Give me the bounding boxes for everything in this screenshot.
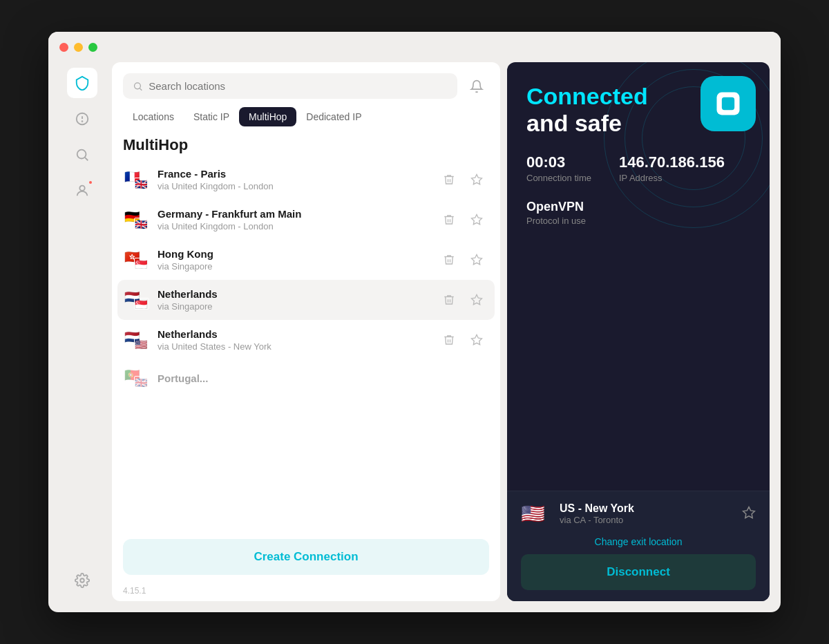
connected-subtitle: and safe [526,110,622,136]
sidebar-item-user[interactable] [67,176,97,206]
sidebar-item-search[interactable] [67,140,97,170]
flag-stack: 🇳🇱 🇺🇸 [124,330,149,350]
location-info: Portugal... [158,372,488,384]
location-info: France - Paris via United Kingdom - Lond… [158,168,430,191]
flag-via: 🇸🇬 [134,298,149,310]
flag-via: 🇸🇬 [134,258,149,269]
location-via: via Singapore [158,261,430,272]
right-panel: Connected and safe 00:03 Connection time… [507,62,770,601]
stat-time: 00:03 Connection time [526,153,591,183]
stat-ip-value: 146.70.186.156 [619,153,725,171]
location-name: Netherlands [158,288,430,300]
exit-via: via CA - Toronto [560,515,734,525]
exit-name: US - New York [560,502,734,515]
svg-point-5 [79,186,84,191]
tab-locations[interactable]: Locations [123,107,184,126]
minimize-button[interactable] [74,43,83,52]
sidebar-item-settings[interactable] [67,565,97,596]
flag-stack: 🇩🇪 🇬🇧 [124,210,149,229]
list-item[interactable]: 🇩🇪 🇬🇧 Germany - Frankfurt am Main via Un… [117,200,495,240]
flag-via: 🇬🇧 [134,376,149,388]
protocol-section: OpenVPN Protocol in use [526,200,750,226]
delete-button[interactable] [438,289,460,311]
change-exit-location-button[interactable]: Change exit location [521,533,756,554]
disconnect-button[interactable]: Disconnect [521,554,756,590]
svg-point-7 [135,82,141,88]
list-item[interactable]: 🇵🇹 🇬🇧 Portugal... [117,360,495,396]
close-button[interactable] [59,43,68,52]
notification-bell-icon[interactable] [464,74,489,99]
protocol-label: Protocol in use [526,216,750,226]
list-item[interactable]: 🇭🇰 🇸🇬 Hong Kong via Singapore [117,240,495,280]
create-btn-wrapper: Create Connection [112,531,500,586]
location-name: Portugal... [158,372,488,384]
svg-line-8 [140,88,142,90]
exit-favorite-button[interactable] [742,506,756,522]
version-label: 4.15.1 [112,586,500,601]
location-actions [438,289,488,311]
location-actions [438,329,488,351]
stats-row: 00:03 Connection time 146.70.186.156 IP … [526,153,750,183]
protocol-name: OpenVPN [526,200,750,214]
svg-point-6 [80,578,84,583]
favorite-button[interactable] [466,289,488,311]
stat-ip: 146.70.186.156 IP Address [619,153,725,183]
delete-button[interactable] [438,209,460,231]
connected-section: Connected and safe 00:03 Connection time… [507,62,770,491]
flag-via: 🇬🇧 [134,178,149,189]
location-name: Netherlands [158,328,430,340]
svg-marker-9 [472,175,482,184]
maximize-button[interactable] [88,43,97,52]
location-info: Hong Kong via Singapore [158,248,430,272]
favorite-button[interactable] [466,329,488,351]
favorite-button[interactable] [466,209,488,231]
favorite-button[interactable] [466,169,488,191]
favorite-button[interactable] [466,249,488,271]
title-bar [48,32,781,62]
flag-stack: 🇵🇹 🇬🇧 [124,368,149,388]
svg-point-3 [77,150,86,159]
section-title: MultiHop [112,126,500,160]
app-body: Locations Static IP MultiHop Dedicated I… [48,62,781,612]
list-item[interactable]: 🇫🇷 🇬🇧 France - Paris via United Kingdom … [117,160,495,200]
search-bar-row [112,62,500,99]
location-info: Netherlands via United States - New York [158,328,430,352]
tab-static-ip[interactable]: Static IP [184,107,239,126]
flag-stack: 🇫🇷 🇬🇧 [124,170,149,189]
location-via: via United Kingdom - London [158,221,430,231]
sidebar [59,62,105,601]
stat-time-value: 00:03 [526,153,591,171]
svg-marker-13 [472,335,482,345]
svg-line-4 [85,158,88,160]
sidebar-item-shield[interactable] [67,68,97,98]
create-connection-button[interactable]: Create Connection [123,539,489,575]
flag-via: 🇬🇧 [134,218,149,229]
svg-marker-16 [743,506,755,518]
delete-button[interactable] [438,249,460,271]
list-item[interactable]: 🇳🇱 🇸🇬 Netherlands via Singapore [117,280,495,320]
location-name: Germany - Frankfurt am Main [158,208,430,220]
delete-button[interactable] [438,329,460,351]
location-info: Netherlands via Singapore [158,288,430,312]
traffic-lights [59,43,97,52]
tab-multihop[interactable]: MultiHop [239,107,296,126]
flag-stack: 🇳🇱 🇸🇬 [124,290,149,310]
svg-marker-12 [472,295,482,305]
main-panel: Locations Static IP MultiHop Dedicated I… [112,62,500,601]
flag-stack: 🇭🇰 🇸🇬 [124,250,149,269]
delete-button[interactable] [438,169,460,191]
location-list: 🇫🇷 🇬🇧 France - Paris via United Kingdom … [112,160,500,531]
exit-location-row: 🇺🇸 US - New York via CA - Toronto [521,502,756,525]
stat-time-label: Connection time [526,173,591,183]
location-via: via United States - New York [158,341,430,352]
search-input[interactable] [149,80,448,92]
svg-marker-11 [472,255,482,265]
tabs-row: Locations Static IP MultiHop Dedicated I… [112,99,500,126]
app-window: Locations Static IP MultiHop Dedicated I… [48,32,781,612]
sidebar-item-alert[interactable] [67,104,97,134]
location-actions [438,169,488,191]
list-item[interactable]: 🇳🇱 🇺🇸 Netherlands via United States - Ne… [117,320,495,360]
connected-title: Connected and safe [526,83,750,137]
bottom-section: 🇺🇸 US - New York via CA - Toronto Change… [507,491,770,601]
tab-dedicated-ip[interactable]: Dedicated IP [296,107,371,126]
